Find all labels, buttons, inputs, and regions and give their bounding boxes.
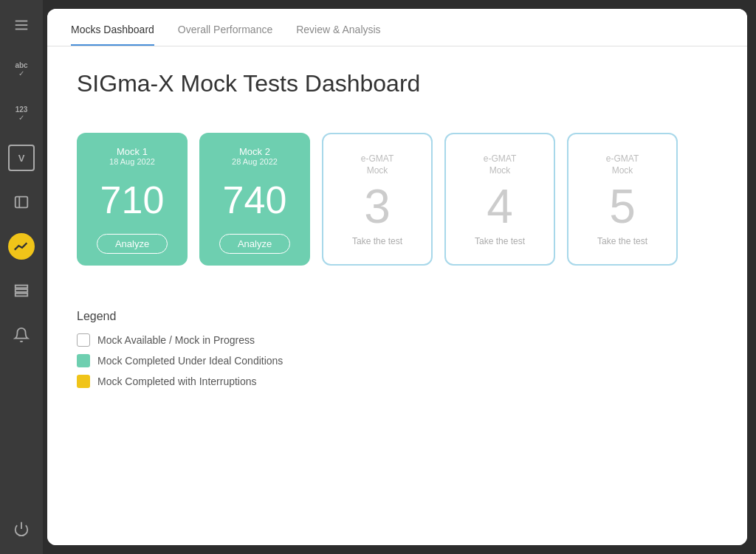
- card-2-analyze-button[interactable]: Analyze: [219, 234, 290, 254]
- 123-check-icon[interactable]: 123 ✓: [8, 100, 35, 127]
- card-4-label: e-GMATMock: [484, 153, 516, 176]
- legend-box-green: [77, 354, 90, 367]
- card-1-label: Mock 1: [109, 146, 155, 157]
- power-icon[interactable]: [8, 516, 35, 542]
- abc-check-icon[interactable]: abc ✓: [8, 56, 35, 83]
- tab-overall-performance[interactable]: Overall Performance: [178, 24, 272, 46]
- card-3-label: e-GMATMock: [361, 153, 394, 176]
- content-area: SIGma-X Mock Tests Dashboard Mock 1 18 A…: [47, 46, 747, 545]
- card-3-action: Take the test: [352, 236, 402, 246]
- legend-text-completed-interrupted: Mock Completed with Interruptions: [97, 375, 257, 387]
- card-2-label: Mock 2: [232, 146, 278, 157]
- legend-item-completed-interrupted: Mock Completed with Interruptions: [77, 375, 718, 388]
- card-5-number: 5: [609, 183, 636, 230]
- svg-rect-5: [16, 285, 28, 288]
- menu-icon[interactable]: [8, 12, 35, 38]
- legend-item-available: Mock Available / Mock in Progress: [77, 333, 718, 347]
- main-panel: Mocks Dashboard Overall Performance Revi…: [47, 9, 747, 545]
- card-1-score: 710: [100, 181, 165, 219]
- mock-card-5[interactable]: e-GMATMock 5 Take the test: [567, 133, 678, 266]
- card-3-number: 3: [364, 183, 391, 230]
- mock-card-1: Mock 1 18 Aug 2022 710 Analyze: [77, 133, 188, 266]
- card-1-date: 18 Aug 2022: [109, 157, 155, 166]
- mock-card-2: Mock 2 28 Aug 2022 740 Analyze: [199, 133, 310, 266]
- legend-box-yellow: [77, 375, 90, 388]
- sidebar: abc ✓ 123 ✓ V: [0, 0, 43, 554]
- legend-text-completed-ideal: Mock Completed Under Ideal Conditions: [97, 355, 283, 367]
- legend-text-available: Mock Available / Mock in Progress: [97, 334, 255, 346]
- mock-card-3[interactable]: e-GMATMock 3 Take the test: [322, 133, 433, 266]
- page-title: SIGma-X Mock Tests Dashboard: [77, 70, 718, 97]
- legend-box-outline: [77, 333, 90, 347]
- card-2-score: 740: [223, 181, 287, 219]
- svg-rect-7: [16, 294, 28, 297]
- legend: Legend Mock Available / Mock in Progress…: [77, 310, 718, 388]
- svg-rect-3: [16, 197, 28, 208]
- legend-title: Legend: [77, 310, 718, 323]
- tab-review-analysis[interactable]: Review & Analysis: [296, 24, 380, 46]
- chart-icon[interactable]: [8, 233, 35, 260]
- mock-cards-row: Mock 1 18 Aug 2022 710 Analyze Mock 2 28…: [77, 133, 718, 266]
- list-icon[interactable]: [8, 277, 35, 304]
- card-2-date: 28 Aug 2022: [232, 157, 278, 166]
- mock-card-4[interactable]: e-GMATMock 4 Take the test: [444, 133, 555, 266]
- svg-rect-6: [16, 289, 28, 292]
- card-4-action: Take the test: [475, 236, 525, 246]
- card-5-action: Take the test: [597, 236, 647, 246]
- card-1-analyze-button[interactable]: Analyze: [97, 234, 168, 254]
- vocab-icon[interactable]: V: [8, 145, 35, 171]
- bell-icon[interactable]: [8, 322, 35, 348]
- book-icon[interactable]: [8, 189, 35, 215]
- card-4-number: 4: [487, 183, 513, 230]
- tab-mocks-dashboard[interactable]: Mocks Dashboard: [71, 24, 154, 46]
- card-5-label: e-GMATMock: [606, 153, 639, 176]
- legend-item-completed-ideal: Mock Completed Under Ideal Conditions: [77, 354, 718, 367]
- nav-tabs: Mocks Dashboard Overall Performance Revi…: [47, 9, 747, 46]
